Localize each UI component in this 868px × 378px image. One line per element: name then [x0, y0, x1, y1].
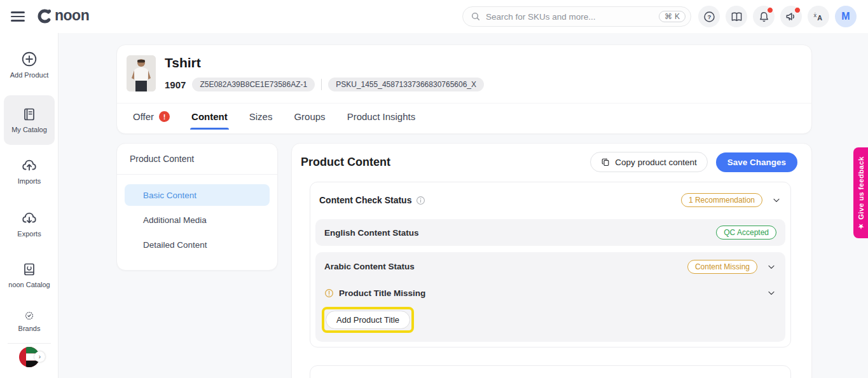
help-button[interactable]: ?: [698, 6, 720, 27]
copy-button-label: Copy product content: [615, 158, 696, 167]
star-icon: ★: [857, 222, 864, 229]
sidebar-item-add-product[interactable]: Add Product: [4, 51, 55, 79]
help-icon: ?: [703, 11, 715, 23]
user-avatar[interactable]: M: [835, 6, 857, 27]
guide-button[interactable]: [726, 6, 747, 27]
product-title-missing-row[interactable]: Product Title Missing: [315, 281, 785, 305]
product-id: 1907: [165, 79, 186, 90]
panel-actions: Copy product content Save Changes: [590, 152, 797, 172]
svg-text:?: ?: [707, 13, 711, 20]
save-changes-button[interactable]: Save Changes: [716, 152, 797, 172]
chevron-down-icon[interactable]: [766, 288, 776, 298]
open-book-icon: [731, 11, 743, 23]
cloud-upload-icon: [21, 157, 38, 173]
translate-icon: ẋ A: [812, 10, 825, 23]
cmd-icon: ⌘: [665, 12, 672, 21]
sidebar-item-noon-catalog[interactable]: noon Catalog: [4, 262, 55, 288]
catalog-book-icon: [22, 107, 37, 122]
tab-groups[interactable]: Groups: [293, 104, 326, 130]
search-icon: [471, 11, 481, 22]
svg-text:ẋ: ẋ: [814, 12, 817, 18]
tab-label: Product Insights: [347, 111, 416, 122]
product-sku-badge[interactable]: Z5E082A39B8CE1E73586AZ-1: [192, 78, 315, 91]
sidebar-item-brands[interactable]: Brands: [4, 311, 55, 332]
logo-text: noon: [55, 7, 89, 24]
content-check-title: Content Check Status: [319, 195, 411, 205]
row-label: Arabic Content Status: [324, 262, 415, 271]
product-meta: 1907 Z5E082A39B8CE1E73586AZ-1 PSKU_1455_…: [165, 78, 484, 91]
announcements-button[interactable]: [780, 6, 802, 27]
issue-label: Product Title Missing: [339, 288, 425, 298]
sidebar-item-imports[interactable]: Imports: [4, 157, 55, 185]
sidebar: Add Product My Catalog Imports Expo: [0, 33, 59, 378]
topbar: noon ⌘ K ?: [0, 0, 868, 33]
sidebar-item-label: Imports: [18, 177, 41, 185]
panel-header: Product Content Copy product content Sav…: [292, 144, 811, 172]
tab-product-insights[interactable]: Product Insights: [346, 104, 417, 130]
search-bar[interactable]: ⌘ K: [462, 6, 691, 27]
sidebar-item-label: Exports: [17, 230, 41, 238]
chevron-down-icon[interactable]: [766, 262, 776, 272]
language-button[interactable]: ẋ A: [808, 6, 829, 27]
tab-label: Groups: [294, 111, 325, 122]
qc-accepted-badge: QC Accepted: [716, 226, 776, 240]
sidebar-item-label: Add Product: [10, 71, 49, 79]
meta-divider: [321, 79, 322, 90]
offer-alert-badge: !: [159, 111, 170, 122]
plus-circle-icon: [21, 51, 38, 67]
nav-item-additional-media[interactable]: Additional Media: [125, 209, 270, 231]
sidebar-item-exports[interactable]: Exports: [4, 210, 55, 238]
chevron-down-icon[interactable]: [771, 195, 782, 205]
row-label: English Content Status: [324, 228, 419, 238]
product-psku-badge[interactable]: PSKU_1455_45871337366830765606_X: [328, 78, 484, 91]
sidebar-item-label: noon Catalog: [8, 281, 50, 288]
menu-icon[interactable]: [11, 9, 25, 23]
tab-label: Content: [191, 111, 228, 122]
tab-sizes[interactable]: Sizes: [248, 104, 274, 130]
arabic-content-status-row[interactable]: Arabic Content Status Content Missing: [315, 252, 785, 281]
sidebar-item-label: Brands: [18, 325, 41, 332]
give-feedback-tab[interactable]: ★ Give us feedback: [853, 147, 868, 238]
feedback-label: Give us feedback: [857, 156, 865, 219]
recommendation-badge: 1 Recommendation: [681, 193, 762, 207]
notifications-button[interactable]: [753, 6, 775, 27]
tutorial-highlight: Add Product Title: [322, 307, 414, 333]
country-selector[interactable]: ›: [18, 346, 41, 368]
copy-icon: [601, 158, 610, 167]
shortcut-key: K: [675, 12, 680, 21]
tab-content[interactable]: Content: [190, 104, 229, 130]
nav-item-basic-content[interactable]: Basic Content: [125, 184, 270, 206]
content-nav-title: Product Content: [117, 144, 277, 175]
copy-product-content-button[interactable]: Copy product content: [590, 152, 707, 172]
nav-item-detailed-content[interactable]: Detailed Content: [125, 234, 270, 255]
noon-logo[interactable]: noon: [36, 7, 89, 24]
tab-label: Offer: [133, 111, 154, 122]
sidebar-item-my-catalog[interactable]: My Catalog: [4, 95, 55, 145]
announcement-dot: [794, 7, 801, 13]
warning-icon: [324, 288, 334, 298]
info-icon[interactable]: [416, 196, 425, 205]
content-nav-card: Product Content Basic Content Additional…: [116, 143, 278, 271]
tab-offer[interactable]: Offer !: [132, 104, 171, 130]
verified-badge-icon: [22, 311, 37, 321]
arabic-content-status-block: Arabic Content Status Content Missing: [315, 252, 785, 342]
chevron-right-icon[interactable]: ›: [34, 351, 45, 362]
search-shortcut: ⌘ K: [659, 11, 685, 22]
add-product-title-button[interactable]: Add Product Title: [326, 311, 410, 329]
noon-logo-icon: [36, 7, 53, 24]
svg-text:A: A: [817, 14, 822, 22]
search-input[interactable]: [486, 12, 659, 22]
panel-title: Product Content: [301, 156, 390, 169]
product-image: [127, 55, 156, 91]
content-check-header[interactable]: Content Check Status 1 Recommendation: [315, 187, 785, 213]
content-nav-items: Basic Content Additional Media Detailed …: [117, 175, 277, 263]
tab-label: Sizes: [249, 111, 273, 122]
product-thumbnail[interactable]: [127, 55, 156, 91]
sidebar-divider: [8, 343, 51, 344]
page: noon ⌘ K ?: [0, 0, 868, 378]
notification-dot: [767, 7, 773, 13]
english-content-status-row: English Content Status QC Accepted: [315, 219, 785, 246]
basic-content-card: Basic Content: [310, 365, 791, 378]
product-header-card: Tshirt 1907 Z5E082A39B8CE1E73586AZ-1 PSK…: [116, 44, 812, 134]
active-tab-underline: [190, 128, 229, 130]
